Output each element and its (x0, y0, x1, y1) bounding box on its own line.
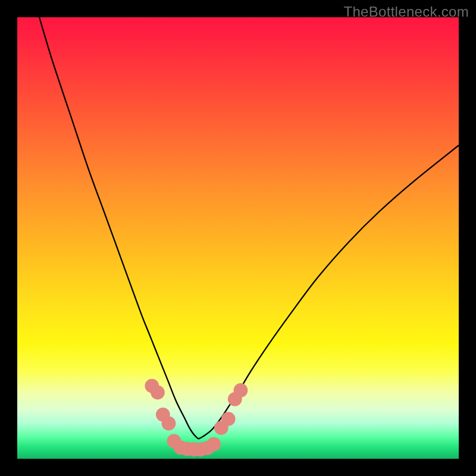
chart-svg (17, 17, 459, 459)
watermark-text: TheBottleneck.com (343, 4, 469, 20)
markers-group (145, 379, 248, 457)
data-marker (162, 416, 176, 431)
chart-plot-area (17, 17, 459, 459)
data-marker (221, 412, 236, 426)
data-marker (151, 386, 165, 400)
data-marker (206, 437, 221, 452)
data-marker (234, 383, 248, 397)
line-left-curve (39, 17, 198, 439)
